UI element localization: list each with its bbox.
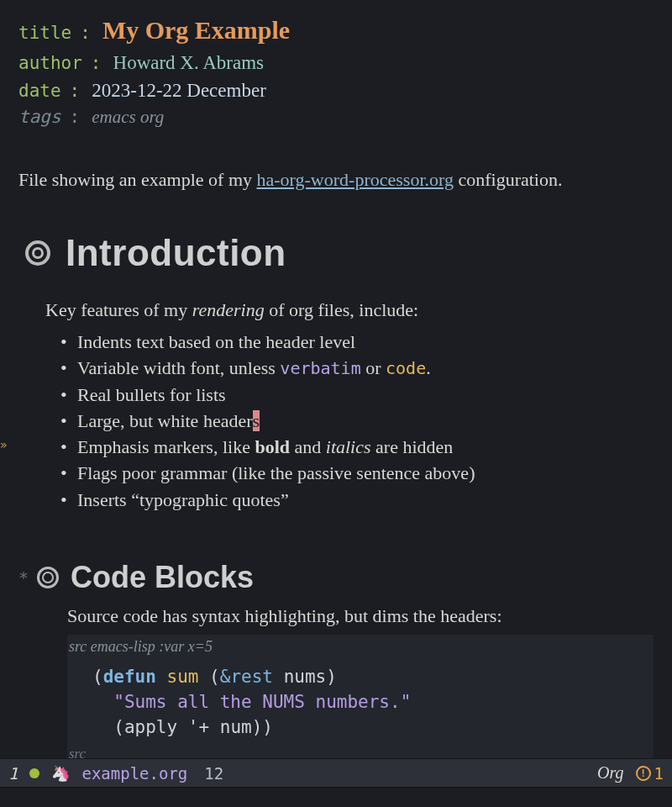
heading-code-blocks[interactable]: * Code Blocks — [18, 560, 654, 595]
src-code[interactable]: (defun sum (&rest nums) "Sums all the NU… — [67, 659, 654, 744]
heading-text: Code Blocks — [71, 560, 254, 595]
list-item: Inserts “typographic quotes” — [60, 487, 654, 513]
title-value: My Org Example — [102, 12, 290, 49]
circle-bullet-icon — [25, 240, 50, 266]
list-item: Real bullets for lists — [60, 382, 654, 408]
major-mode[interactable]: Org — [597, 763, 623, 783]
date-value: 2023-12-22 December — [92, 76, 266, 104]
author-line: author: Howard X. Abrams — [18, 49, 654, 76]
fringe-indicator-icon: » — [0, 437, 7, 454]
code-lead: Source code has syntax highlighting, but… — [67, 604, 654, 630]
tags-value: emacs org — [92, 104, 164, 129]
intro-lead: Key features of my rendering of org file… — [45, 298, 654, 324]
flycheck-warning[interactable]: ! 1 — [636, 764, 664, 783]
tags-key: tags — [18, 104, 61, 129]
list-item-cursor-line: Large, but white headers — [60, 408, 654, 434]
author-value: Howard X. Abrams — [113, 49, 265, 76]
title-key: title — [18, 20, 71, 45]
feature-list: Indents text based on the header level V… — [60, 329, 654, 513]
list-item: Flags poor grammar (like the passive sen… — [60, 460, 654, 486]
introduction-body: Key features of my rendering of org file… — [45, 298, 654, 512]
buffer-name[interactable]: example.org — [81, 764, 187, 783]
window-number: 1 — [8, 764, 18, 783]
editor-buffer[interactable]: title: My Org Example author: Howard X. … — [0, 0, 672, 807]
tags-line: tags: emacs org — [18, 104, 654, 129]
list-item: Indents text based on the header level — [60, 329, 654, 355]
heading-introduction[interactable]: Introduction — [25, 232, 654, 274]
modeline[interactable]: 1 🦄 example.org 12 Org ! 1 — [0, 758, 672, 787]
author-key: author — [18, 50, 82, 76]
date-key: date — [18, 78, 61, 103]
circle-bullet-icon — [37, 567, 59, 588]
modeline-left: 1 🦄 example.org 12 — [8, 764, 223, 783]
source-block[interactable]: src emacs-lisp :var x=5 (defun sum (&res… — [67, 635, 654, 767]
config-link[interactable]: ha-org-word-processor.org — [257, 169, 454, 190]
code-blocks-body: Source code has syntax highlighting, but… — [67, 604, 654, 767]
list-item: Variable width font, unless verbatim or … — [60, 355, 654, 381]
heading-text: Introduction — [66, 232, 286, 274]
cursor: s — [253, 410, 260, 431]
date-line: date: 2023-12-22 December — [18, 76, 654, 104]
unicorn-icon: 🦄 — [51, 764, 70, 782]
warning-count: 1 — [654, 764, 664, 783]
title-line: title: My Org Example — [18, 12, 654, 49]
column-number: 12 — [204, 764, 223, 783]
inline-code: code — [386, 358, 426, 378]
warning-icon: ! — [636, 766, 651, 781]
verbatim-text: verbatim — [280, 358, 360, 378]
list-item: » Emphasis markers, like bold and italic… — [60, 434, 654, 460]
minibuffer[interactable] — [0, 787, 672, 807]
src-begin-line: src emacs-lisp :var x=5 — [67, 635, 654, 659]
heading-star-icon: * — [18, 567, 29, 588]
intro-paragraph: File showing an example of my ha-org-wor… — [18, 167, 654, 193]
modified-indicator-icon — [29, 768, 39, 778]
